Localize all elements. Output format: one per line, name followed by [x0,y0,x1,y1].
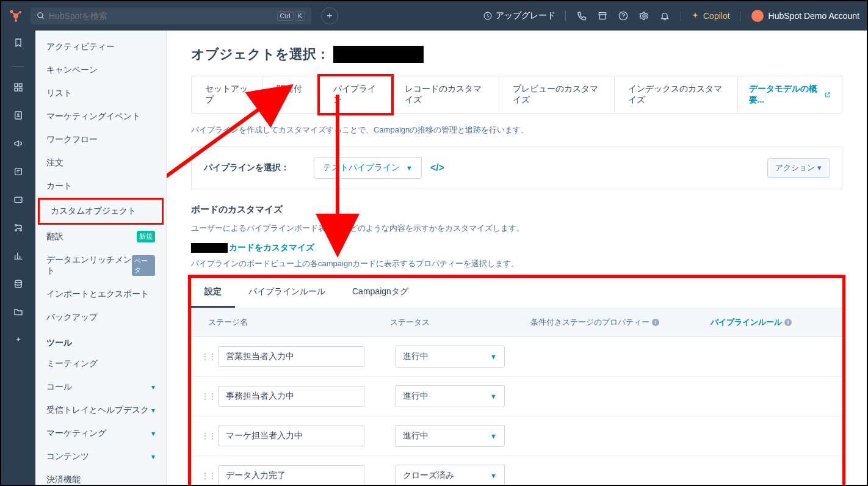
sidebar-item-custom-object[interactable]: カスタムオブジェクト [38,198,164,225]
rail-wallet-icon[interactable] [13,195,23,207]
rail-content-icon[interactable] [13,167,23,179]
code-icon[interactable]: </> [430,162,444,173]
badge-new: 新規 [137,231,155,242]
hubspot-logo-icon[interactable] [9,9,23,23]
tab-preview-customize[interactable]: プレビューのカスタマイズ [499,76,615,113]
inner-tab-tags[interactable]: Campaignタグ [339,278,422,308]
sidebar-item[interactable]: キャンペーン [35,59,166,82]
col-status: ステータス [390,317,530,328]
rail-data-icon[interactable] [13,279,23,291]
caret-down-icon: ▼ [406,164,413,172]
add-button[interactable]: + [321,7,338,24]
tab-association[interactable]: 関連付け [263,76,320,113]
svg-rect-15 [19,88,22,91]
overview-link[interactable]: データモデルの概要... [738,76,842,113]
tabs-row: セットアップ 関連付け パイプライン レコードのカスタマイズ プレビューのカスタ… [191,76,842,114]
sidebar-tool-item[interactable]: コンテンツ▾ [35,445,166,468]
settings-icon[interactable] [639,11,649,21]
marketplace-icon[interactable] [598,11,607,21]
svg-point-1 [10,10,13,13]
action-button[interactable]: アクション ▾ [767,158,830,178]
stage-name-input[interactable] [218,426,364,446]
rail-bookmark-icon[interactable] [13,38,23,50]
pipeline-select-row: パイプラインを選択： テストパイプライン ▼ </> アクション ▾ [191,147,842,189]
upgrade-button[interactable]: アップグレード [483,10,566,21]
pipeline-select[interactable]: テストパイプライン ▼ [314,157,422,179]
rail-contacts-icon[interactable] [13,111,23,123]
col-stage-name: ステージ名 [201,317,390,328]
sidebar-tool-item[interactable]: 決済機能 [35,468,166,485]
info-icon[interactable]: i [784,319,792,326]
card-customize-link[interactable]: カードをカスタマイズ [191,242,842,253]
drag-handle-icon[interactable]: ⋮⋮ [201,391,213,401]
stage-status-select[interactable]: 進行中▼ [395,425,505,447]
sidebar-item[interactable]: バックアップ [35,306,166,329]
svg-point-22 [15,230,17,231]
rail-megaphone-icon[interactable] [13,139,23,151]
svg-line-8 [42,17,44,19]
search-shortcut: CtrlK [277,11,305,21]
search-input-container[interactable]: CtrlK [31,7,311,24]
info-icon[interactable]: i [652,319,659,326]
sidebar-tool-item[interactable]: 受信トレイとヘルプデスク▾ [35,399,166,422]
drag-handle-icon[interactable]: ⋮⋮ [201,431,213,441]
notification-icon[interactable] [660,11,670,21]
chevron-down-icon: ▾ [151,383,155,391]
stage-name-input[interactable] [218,346,364,367]
sidebar-item[interactable]: アクティビティー [35,35,166,59]
sidebar-tool-item[interactable]: コール▾ [35,375,166,399]
stage-name-input[interactable] [218,465,364,485]
col-rules[interactable]: パイプラインルール i [711,317,833,328]
rail-automation-icon[interactable] [13,223,23,235]
rail-grid-icon[interactable] [13,82,23,95]
tab-setup[interactable]: セットアップ [192,76,263,113]
board-customize-heading: ボードのカスタマイズ [191,204,842,216]
stage-name-input[interactable] [218,386,364,407]
drag-handle-icon[interactable]: ⋮⋮ [201,471,213,481]
sidebar-item[interactable]: 注文 [35,151,166,175]
rail-sparkle-icon[interactable] [13,335,23,347]
sidebar-item[interactable]: マーケティングイベント [35,105,166,128]
stage-status-select[interactable]: 進行中▼ [395,385,505,407]
stage-row: ⋮⋮ 進行中▼ [191,416,842,456]
svg-line-4 [13,13,15,15]
account-menu[interactable]: HubSpot Demo Account [751,10,859,22]
sidebar-item[interactable]: カート [35,175,166,198]
tab-index-customize[interactable]: インデックスのカスタマイズ [615,76,737,113]
help-icon[interactable] [618,11,628,21]
svg-point-7 [38,13,43,18]
tab-record-customize[interactable]: レコードのカスタマイズ [391,76,499,113]
search-input[interactable] [49,11,277,21]
svg-point-20 [15,225,17,227]
main: オブジェクトを選択： セットアップ 関連付け パイプライン レコードのカスタマイ… [167,31,867,485]
tab-pipeline[interactable]: パイプライン [320,76,391,113]
rail-reports-icon[interactable] [13,251,23,263]
sidebar-item[interactable]: リスト [35,82,166,105]
drag-handle-icon[interactable]: ⋮⋮ [201,352,213,361]
chevron-down-icon: ▾ [151,452,155,461]
caret-down-icon: ▼ [490,393,497,400]
stage-status-select[interactable]: クローズ済み▼ [395,465,505,485]
sidebar-item[interactable]: 翻訳新規 [35,225,166,248]
inner-tab-rules[interactable]: パイプラインルール [235,278,339,308]
sidebar: アクティビティー キャンペーン リスト マーケティングイベント ワークフロー 注… [35,31,167,485]
stage-table: 設定 パイプラインルール Campaignタグ ステージ名 ステータス 条件付き… [191,278,842,485]
phone-icon[interactable] [577,11,587,21]
sidebar-item[interactable]: データエンリッチメントベータ [35,248,166,283]
svg-line-5 [17,13,19,15]
svg-rect-12 [15,84,18,87]
inner-tab-settings[interactable]: 設定 [191,278,235,308]
sidebar-tool-item[interactable]: ミーティング [35,352,166,375]
stage-status-select[interactable]: 進行中▼ [395,346,505,368]
board-customize-desc: ユーザーによるパイプラインボード表示時にどのような内容を示すかをカスタマイズしま… [191,223,842,234]
copilot-button[interactable]: Copilot [681,11,740,21]
caret-down-icon: ▼ [490,353,497,360]
icon-rail [1,31,35,485]
svg-point-17 [18,114,20,115]
badge-beta: ベータ [132,255,155,276]
search-icon [37,12,45,20]
sidebar-item[interactable]: インポートとエクスポート [35,283,166,306]
sidebar-tool-item[interactable]: マーケティング▾ [35,422,166,445]
rail-folder-icon[interactable] [13,307,23,319]
sidebar-item[interactable]: ワークフロー [35,128,166,151]
